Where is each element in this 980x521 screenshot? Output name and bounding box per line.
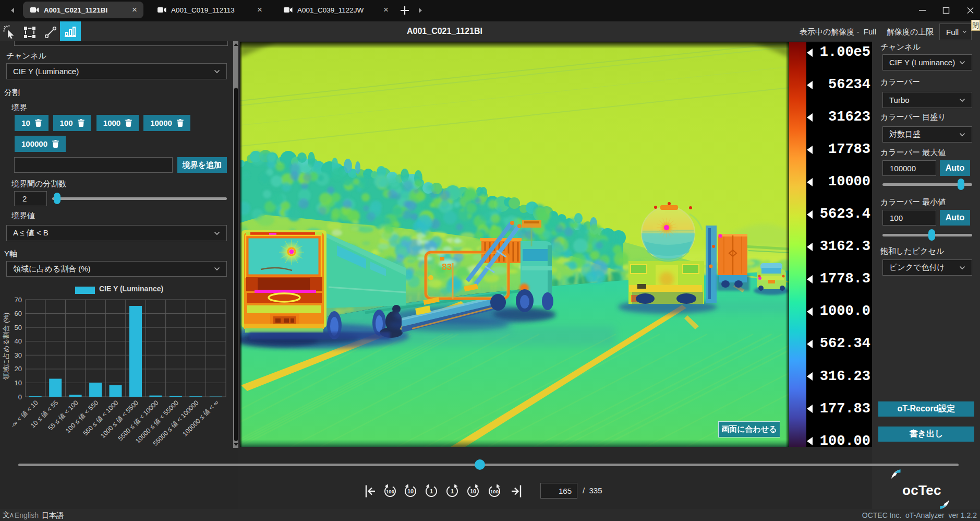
svg-text:10: 10 — [15, 379, 22, 387]
svg-text:領域に占める割合 (%): 領域に占める割合 (%) — [2, 313, 10, 380]
svg-text:83: 83 — [442, 262, 452, 272]
svg-text:40: 40 — [15, 337, 22, 345]
svg-text:ocTec: ocTec — [902, 482, 941, 498]
svg-text:20: 20 — [15, 365, 22, 373]
svg-text:30: 30 — [15, 351, 22, 359]
svg-text:10: 10 — [470, 488, 476, 494]
svg-text:0: 0 — [18, 393, 22, 401]
svg-text:100: 100 — [386, 489, 394, 494]
svg-text:50: 50 — [15, 324, 22, 331]
svg-text:1: 1 — [451, 488, 454, 494]
svg-text:60: 60 — [15, 310, 22, 317]
svg-text:1: 1 — [430, 488, 433, 494]
svg-text:100: 100 — [490, 489, 499, 494]
svg-text:100000 ≤ 値 < ∞: 100000 ≤ 値 < ∞ — [182, 399, 220, 437]
svg-text:10: 10 — [407, 488, 414, 494]
svg-text:550 ≤ 値 < 1000: 550 ≤ 値 < 1000 — [82, 399, 120, 437]
svg-text:70: 70 — [15, 296, 22, 304]
